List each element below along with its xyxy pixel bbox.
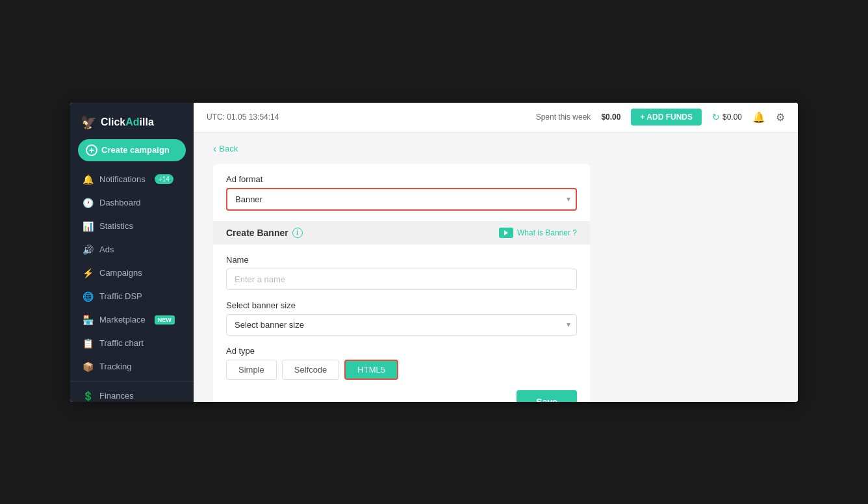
banner-size-label: Select banner size [226,300,577,310]
sidebar-item-dashboard[interactable]: 🕐 Dashboard [70,191,194,215]
ads-icon: 🔊 [83,245,93,255]
sidebar-divider [70,381,194,382]
play-icon [499,228,513,238]
sidebar-item-ads[interactable]: 🔊 Ads [70,238,194,261]
name-input[interactable] [226,269,577,290]
globe-icon: 🌐 [83,291,93,302]
sidebar-item-traffic-chart[interactable]: 📋 Traffic chart [70,332,194,355]
ad-type-html5-button[interactable]: HTML5 [344,360,398,380]
refresh-icon: ↻ [712,112,720,122]
sidebar-item-marketplace[interactable]: 🏪 Marketplace NEW [70,308,194,332]
play-triangle [504,230,508,235]
sidebar-item-tracking[interactable]: 📦 Tracking [70,355,194,378]
new-badge: NEW [155,315,175,325]
stats-icon: 📊 [83,221,93,232]
name-field: Name [213,255,590,290]
banner-size-select[interactable]: Select banner size [226,314,577,336]
ad-format-select[interactable]: Banner [226,188,577,211]
create-banner-section: Create Banner i What is Banner ? [213,221,590,245]
banner-size-select-wrapper: Select banner size ▾ [226,314,577,336]
ad-format-label: Ad format [226,174,577,184]
top-bar-right: Spent this week $0.00 + ADD FUNDS ↻ $0.0… [536,109,785,126]
main-content: UTC: 01.05 13:54:14 Spent this week $0.0… [194,103,798,402]
create-campaign-button[interactable]: + Create campaign [78,139,186,161]
logo-icon: 🦅 [81,114,97,130]
ad-format-select-wrapper: Banner ▾ [226,188,577,211]
create-banner-title: Create Banner i [226,228,303,238]
utc-time: UTC: 01.05 13:54:14 [207,113,279,122]
page-content: Back Ad format Banner ▾ Create Banner [194,133,798,402]
ad-type-row: Simple Selfcode HTML5 [226,360,577,380]
notifications-badge: +14 [155,174,173,184]
ad-type-label: Ad type [226,346,577,356]
marketplace-icon: 🏪 [83,315,93,325]
notification-bell-icon[interactable]: 🔔 [752,111,765,124]
logo: 🦅 ClickAdilla [70,103,194,139]
add-funds-button[interactable]: + ADD FUNDS [631,109,702,126]
what-is-banner-link[interactable]: What is Banner ? [499,228,577,238]
ad-format-field: Ad format Banner ▾ [213,164,590,211]
logo-text: ClickAdilla [101,116,154,128]
sidebar-item-finances[interactable]: 💲 Finances [70,384,194,402]
chart-icon: 📋 [83,338,93,349]
bell-icon: 🔔 [83,174,93,185]
plus-circle-icon: + [86,144,97,156]
clock-icon: 🕐 [83,198,93,208]
spent-amount: $0.00 [601,113,620,122]
name-label: Name [226,255,577,265]
sidebar: 🦅 ClickAdilla + Create campaign 🔔 Notifi… [70,103,194,402]
ad-type-field: Ad type Simple Selfcode HTML5 [213,346,590,380]
tracking-icon: 📦 [83,362,93,372]
ad-type-simple-button[interactable]: Simple [226,360,277,380]
ad-type-selfcode-button[interactable]: Selfcode [282,360,340,380]
form-section: Ad format Banner ▾ Create Banner i [213,164,590,402]
campaigns-icon: ⚡ [83,268,93,278]
info-icon: i [292,228,303,238]
finances-icon: 💲 [83,391,93,401]
banner-size-field: Select banner size Select banner size ▾ [213,300,590,336]
sidebar-item-campaigns[interactable]: ⚡ Campaigns [70,261,194,285]
save-button[interactable]: Save [517,390,577,402]
save-btn-wrapper: Save [213,390,590,402]
sidebar-item-traffic-dsp[interactable]: 🌐 Traffic DSP [70,285,194,308]
top-bar: UTC: 01.05 13:54:14 Spent this week $0.0… [194,103,798,133]
app-container: 🦅 ClickAdilla + Create campaign 🔔 Notifi… [70,103,798,402]
balance-button[interactable]: ↻ $0.00 [712,112,742,122]
sidebar-item-statistics[interactable]: 📊 Statistics [70,215,194,238]
settings-icon[interactable]: ⚙ [776,111,785,124]
sidebar-nav: 🔔 Notifications +14 🕐 Dashboard 📊 Statis… [70,168,194,402]
sidebar-item-notifications[interactable]: 🔔 Notifications +14 [70,168,194,191]
spent-label: Spent this week [536,113,591,122]
back-link[interactable]: Back [213,143,778,155]
